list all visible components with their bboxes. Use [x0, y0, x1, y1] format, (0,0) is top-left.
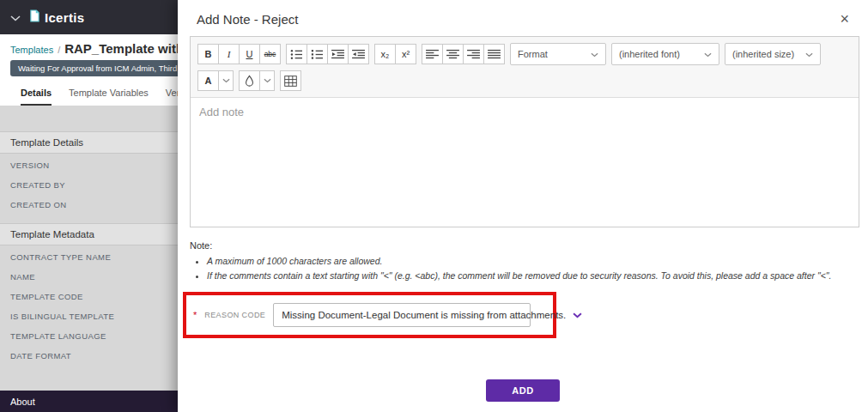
chevron-down-icon: [805, 49, 813, 59]
superscript-button[interactable]: x²: [395, 44, 416, 64]
format-dropdown-value: Format: [518, 49, 548, 59]
annotation-highlight: * REASON CODE Missing Document-Legal Doc…: [183, 292, 556, 338]
background-color-icon[interactable]: [239, 70, 260, 91]
tab-template-variables[interactable]: Template Variables: [69, 88, 149, 106]
background-color-chevron-icon[interactable]: [259, 70, 275, 91]
tab-details[interactable]: Details: [21, 88, 52, 106]
breadcrumb-separator: /: [58, 45, 60, 55]
text-color-button[interactable]: A: [197, 70, 219, 91]
brand-text: Icertis: [45, 10, 84, 25]
toolbar-row-2: A: [197, 70, 852, 91]
underline-button[interactable]: U: [239, 44, 260, 64]
subscript-button[interactable]: x₂: [374, 44, 396, 64]
numbered-list-icon[interactable]: [307, 44, 328, 64]
add-note-reject-modal: Add Note - Reject × B I U abc: [178, 0, 868, 412]
toolbar-row-1: B I U abc: [197, 43, 852, 65]
spacer: [178, 338, 868, 379]
modal-title: Add Note - Reject: [197, 12, 298, 27]
note-heading: Note:: [190, 240, 856, 251]
reason-code-select[interactable]: Missing Document-Legal Document is missi…: [273, 303, 531, 327]
font-dropdown-value: (inherited font): [619, 49, 680, 59]
chevron-down-icon: [573, 310, 582, 320]
screen: Icertis Templates / RAP_Template with a …: [0, 0, 868, 412]
chevron-down-icon: [704, 49, 712, 59]
note-section: Note: A maximum of 1000 characters are a…: [190, 240, 856, 285]
outdent-icon[interactable]: [348, 44, 369, 64]
chevron-down-icon[interactable]: [10, 9, 21, 25]
format-dropdown[interactable]: Format: [510, 43, 606, 65]
bold-button[interactable]: B: [197, 44, 219, 64]
status-badge: Waiting For Approval from ICM Admin, Thi…: [10, 60, 192, 76]
rich-text-editor: B I U abc: [190, 36, 859, 227]
align-justify-icon[interactable]: [483, 44, 505, 64]
modal-header: Add Note - Reject ×: [178, 0, 868, 33]
reason-code-label: REASON CODE: [204, 311, 265, 319]
note-item: A maximum of 1000 characters are allowed…: [207, 256, 856, 266]
align-left-icon[interactable]: [422, 44, 443, 64]
page-title: RAP_Template with a: [64, 41, 194, 56]
required-marker: *: [193, 310, 197, 320]
bullet-list-icon[interactable]: [286, 44, 307, 64]
close-icon[interactable]: ×: [840, 11, 849, 27]
note-list: A maximum of 1000 characters are allowed…: [207, 256, 856, 281]
align-center-icon[interactable]: [442, 44, 464, 64]
note-textarea[interactable]: [191, 98, 859, 227]
chevron-down-icon: [591, 49, 598, 59]
text-color-chevron-icon[interactable]: [218, 70, 234, 91]
reason-code-row: * REASON CODE Missing Document-Legal Doc…: [183, 292, 868, 338]
size-dropdown[interactable]: (inherited size): [725, 43, 821, 65]
italic-button[interactable]: I: [218, 44, 240, 64]
size-dropdown-value: (inherited size): [732, 49, 794, 59]
reason-code-value: Missing Document-Legal Document is missi…: [282, 310, 566, 320]
note-item: If the comments contain a text starting …: [207, 270, 856, 281]
icertis-logo: Icertis: [29, 9, 84, 25]
add-button[interactable]: ADD: [486, 379, 559, 402]
modal-footer: ADD: [178, 379, 868, 412]
align-right-icon[interactable]: [463, 44, 484, 64]
indent-icon[interactable]: [327, 44, 349, 64]
breadcrumb-templates-link[interactable]: Templates: [10, 45, 53, 55]
table-icon[interactable]: [280, 70, 301, 91]
font-dropdown[interactable]: (inherited font): [611, 43, 719, 65]
editor-toolbar: B I U abc: [191, 37, 859, 98]
strikethrough-button[interactable]: abc: [259, 44, 281, 64]
icertis-logo-icon: [29, 9, 40, 25]
